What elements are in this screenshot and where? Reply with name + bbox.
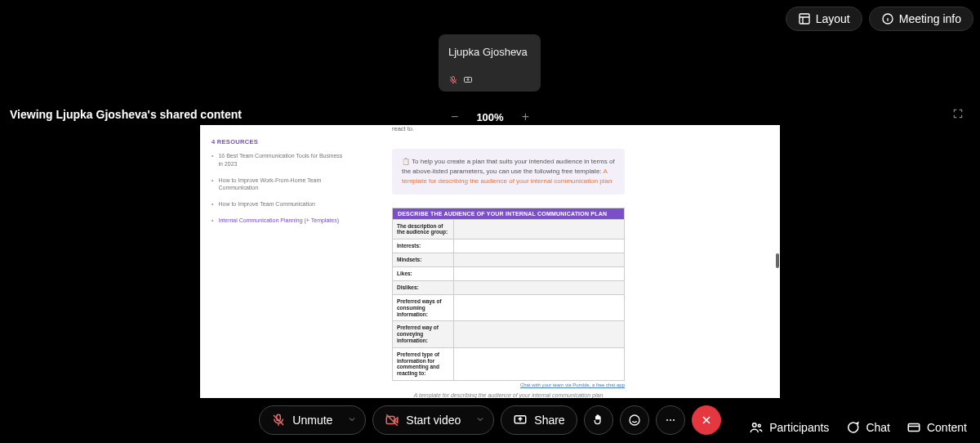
doc-sidebar-item: How to Improve Work-From-Home Team Commu…	[218, 177, 348, 193]
content-icon	[906, 420, 921, 435]
svg-rect-0	[800, 14, 809, 24]
emoji-icon	[628, 414, 641, 427]
table-row-label: Interests:	[393, 239, 454, 253]
chat-icon	[845, 420, 860, 435]
layout-icon	[798, 12, 811, 25]
doc-footer-link: Chat with your team via Pumble, a free c…	[392, 383, 625, 387]
start-video-label: Start video	[406, 414, 461, 427]
participant-tile[interactable]: Ljupka Gjosheva	[439, 34, 541, 92]
zoom-level: 100%	[476, 111, 503, 123]
table-row-label: Preferred type of information for commen…	[393, 348, 454, 380]
doc-callout: 📋 To help you create a plan that suits y…	[392, 149, 625, 195]
chevron-down-icon	[475, 414, 485, 424]
doc-sidebar-item-active: Internal Communication Planning (+ Templ…	[218, 217, 339, 225]
doc-intro: react to.	[392, 125, 765, 134]
doc-sidebar: 4 RESOURCES •16 Best Team Communication …	[200, 125, 359, 398]
doc-sidebar-heading: 4 RESOURCES	[212, 138, 348, 145]
shared-content[interactable]: 4 RESOURCES •16 Best Team Communication …	[200, 125, 780, 398]
video-off-icon	[385, 413, 399, 427]
svg-point-9	[753, 423, 757, 427]
raise-hand-button[interactable]	[584, 405, 613, 435]
svg-point-6	[666, 419, 668, 421]
reactions-button[interactable]	[620, 405, 649, 435]
layout-label: Layout	[816, 12, 850, 25]
doc-table-title: DESCRIBE THE AUDIENCE OF YOUR INTERNAL C…	[393, 208, 624, 219]
zoom-out-button[interactable]: −	[446, 108, 463, 126]
participants-panel-button[interactable]: Participants	[749, 420, 829, 435]
svg-point-5	[630, 415, 639, 425]
viewing-status: Viewing Ljupka Gjosheva's shared content	[10, 108, 242, 121]
content-label: Content	[927, 421, 967, 434]
chevron-down-icon	[347, 414, 357, 424]
participants-label: Participants	[769, 421, 829, 434]
meeting-info-button[interactable]: Meeting info	[869, 7, 973, 31]
close-icon	[700, 414, 713, 427]
unmute-button[interactable]: Unmute	[260, 406, 344, 434]
doc-main: react to. 📋 To help you create a plan th…	[359, 125, 780, 398]
table-row-label: The description of the audience group:	[393, 220, 454, 239]
share-button[interactable]: Share	[501, 406, 576, 434]
table-row-label: Likes:	[393, 267, 454, 280]
doc-sidebar-item: 16 Best Team Communication Tools for Bus…	[218, 152, 348, 168]
zoom-controls: − 100% +	[446, 108, 534, 126]
table-row-label: Preferred ways of consuming information:	[393, 295, 454, 320]
svg-point-10	[758, 424, 760, 427]
svg-rect-11	[908, 424, 920, 432]
meeting-info-label: Meeting info	[899, 12, 961, 25]
video-options-button[interactable]	[472, 406, 493, 434]
participants-icon	[749, 420, 764, 435]
fullscreen-button[interactable]	[952, 108, 964, 122]
chat-panel-button[interactable]: Chat	[845, 420, 890, 435]
more-icon	[664, 414, 677, 427]
start-video-button[interactable]: Start video	[373, 406, 472, 434]
table-row-label: Mindsets:	[393, 253, 454, 266]
doc-table: DESCRIBE THE AUDIENCE OF YOUR INTERNAL C…	[392, 208, 625, 382]
svg-rect-3	[387, 417, 395, 424]
mic-off-icon	[271, 413, 286, 427]
zoom-in-button[interactable]: +	[517, 108, 534, 126]
unmute-options-button[interactable]	[344, 406, 365, 434]
callout-text: To help you create a plan that suits you…	[402, 158, 615, 175]
fullscreen-icon	[952, 108, 964, 119]
svg-point-7	[670, 419, 671, 421]
more-options-button[interactable]	[656, 405, 685, 435]
svg-point-8	[673, 419, 675, 421]
callout-icon: 📋	[402, 158, 410, 165]
info-icon	[881, 12, 894, 25]
hand-icon	[592, 414, 605, 427]
scrollbar-thumb[interactable]	[776, 253, 779, 268]
unmute-label: Unmute	[292, 414, 332, 427]
content-panel-button[interactable]: Content	[906, 420, 967, 435]
leave-button[interactable]	[692, 405, 721, 435]
share-screen-icon	[513, 413, 528, 427]
table-row-label: Preferred way of conveying information:	[393, 321, 454, 347]
share-label: Share	[534, 414, 564, 427]
chat-label: Chat	[866, 421, 890, 434]
participant-name: Ljupka Gjosheva	[448, 46, 531, 58]
mic-muted-icon	[448, 75, 458, 85]
table-row-label: Dislikes:	[393, 281, 454, 294]
sharing-icon	[463, 75, 473, 85]
doc-caption: A template for describing the audience o…	[392, 392, 625, 398]
layout-button[interactable]: Layout	[786, 7, 862, 31]
doc-sidebar-item: How to Improve Team Communication	[218, 200, 315, 208]
